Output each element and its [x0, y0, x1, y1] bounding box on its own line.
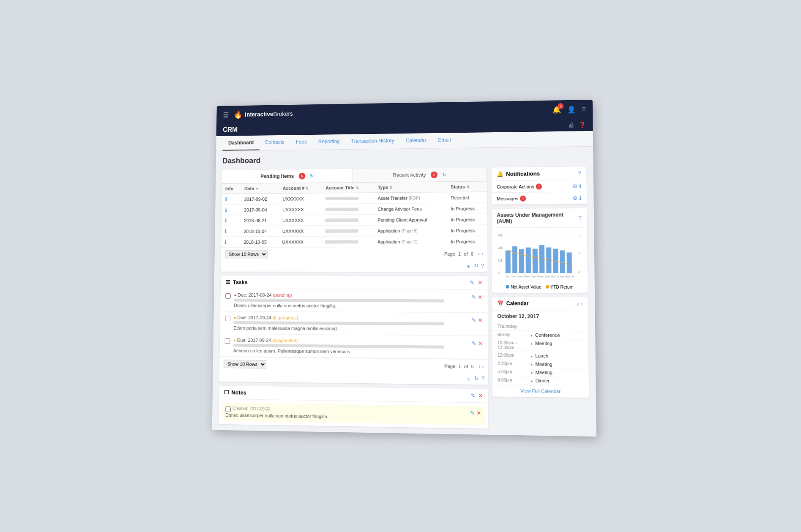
task-delete-icon-2[interactable]: ✕	[478, 340, 482, 346]
notes-close-icon[interactable]: ✕	[478, 392, 483, 399]
col-status[interactable]: Status ⇅	[447, 181, 487, 192]
tasks-edit-icon[interactable]: ✎	[470, 279, 474, 286]
tab-fees[interactable]: Fees	[290, 134, 312, 150]
col-info: Info	[222, 183, 241, 194]
table-row: ℹ 2017-09-02 UXXXXXX Asset Transfer (FOP…	[221, 191, 487, 204]
pending-table-wrapper: Info Date ▼ Account # ⇅ Account Title ⇅ …	[221, 181, 487, 247]
help-icon[interactable]: ?	[481, 262, 484, 270]
task-checkbox-2[interactable]	[224, 338, 230, 344]
note-delete-icon-0[interactable]: ✕	[476, 409, 481, 416]
col-type[interactable]: Type ⇅	[374, 182, 447, 193]
add-icon[interactable]: ＋	[465, 262, 471, 270]
task-edit-icon-1[interactable]: ✎	[471, 317, 476, 323]
cal-prev-btn[interactable]: ‹	[577, 300, 579, 307]
notif-action-btn-1[interactable]: ⊕	[572, 194, 577, 201]
next-page-btn[interactable]: ›	[481, 251, 483, 256]
tab-email[interactable]: Email	[432, 133, 457, 148]
notification-bell-icon[interactable]: 🔔 1	[552, 105, 561, 113]
row-info[interactable]: ℹ	[221, 194, 241, 205]
sub-nav-right: 🖨 ❓	[568, 121, 585, 128]
calendar-event: 8:00pm ● Dinner	[492, 376, 588, 385]
crm-title: CRM	[223, 126, 238, 134]
task-delete-icon-0[interactable]: ✕	[478, 294, 482, 300]
row-info[interactable]: ℹ	[221, 215, 241, 226]
notifications-help-icon[interactable]: ?	[578, 170, 581, 176]
row-type: Application (Page 5)	[374, 225, 447, 236]
aum-title: Assets Under Management (AUM)	[497, 212, 578, 224]
notif-item-left-0: Corporate Actions 1	[497, 183, 542, 189]
notes-panel: ☐ Notes ✎ ✕ Created: 2017-09-24 ✎ ✕	[219, 385, 488, 428]
col-account[interactable]: Account # ⇅	[279, 183, 322, 193]
row-account: UXXXXXX	[279, 236, 322, 247]
row-status: In Progress	[447, 224, 487, 235]
col-title[interactable]: Account Title ⇅	[322, 182, 374, 193]
cal-next-btn[interactable]: ›	[580, 300, 582, 307]
note-edit-icon-0[interactable]: ✎	[470, 409, 474, 416]
pending-items-tab[interactable]: Pending Items 5 ↻	[222, 169, 353, 183]
note-checkbox-0[interactable]	[225, 406, 231, 412]
task-edit-icon-0[interactable]: ✎	[471, 294, 476, 300]
cal-event-title-1: Meeting	[535, 340, 552, 346]
hamburger-icon[interactable]: ☰	[223, 111, 229, 118]
tasks-close-icon[interactable]: ✕	[478, 279, 482, 286]
recent-count-badge: 2	[430, 171, 437, 178]
tasks-next-btn[interactable]: ›	[482, 363, 484, 369]
tasks-add-icon[interactable]: ＋	[466, 375, 471, 383]
task-edit-icon-2[interactable]: ✎	[471, 340, 476, 346]
help-icon[interactable]: ❓	[578, 121, 586, 128]
aum-panel: Assets Under Management (AUM) ? 30k 20k …	[492, 208, 588, 293]
cal-time-0: all-day	[497, 332, 528, 337]
brand: 🔥 InteractiveBrokers	[233, 109, 293, 119]
tasks-panel: ☰ Tasks ✎ ✕ ● Due: 2017-09-24 (pending) …	[219, 276, 488, 385]
task-checkbox-1[interactable]	[225, 316, 230, 321]
row-info[interactable]: ℹ	[221, 236, 241, 247]
rows-per-page-select[interactable]: Show 10 Rows	[225, 250, 268, 258]
task-delete-icon-1[interactable]: ✕	[478, 317, 482, 323]
svg-rect-11	[505, 250, 510, 273]
pending-recent-panel: Pending Items 5 ↻ Recent Activity 2 ↻	[221, 167, 487, 271]
notif-info-btn-1[interactable]: ℹ	[579, 194, 581, 201]
calendar-event: 10:30am - 12:30pm ● Meeting	[492, 338, 588, 352]
task-content-2: ● Due: 2017-09-24 (suspended) Aenean eu …	[233, 337, 468, 355]
svg-rect-15	[532, 248, 537, 273]
tasks-help-icon[interactable]: ?	[481, 375, 484, 383]
notifications-header: 🔔 Notifications ?	[491, 166, 586, 181]
print-icon[interactable]: 🖨	[568, 121, 574, 128]
tab-contacts[interactable]: Contacts	[259, 135, 290, 150]
notification-item: Messages 1 ⊕ ℹ	[491, 192, 586, 205]
tasks-refresh-icon[interactable]: ↻	[474, 375, 478, 383]
legend-ytd: YTD Return	[545, 284, 573, 289]
recent-activity-tab[interactable]: Recent Activity 2 ↻	[353, 167, 487, 182]
prev-page-btn[interactable]: ‹	[478, 251, 480, 256]
refresh-icon[interactable]: ↻	[473, 262, 478, 270]
svg-text:20k: 20k	[498, 246, 503, 249]
notes-title: ☐ Notes	[224, 389, 246, 396]
recent-refresh-icon[interactable]: ↻	[442, 172, 446, 177]
tasks-rows-select[interactable]: Show 10 Rows	[223, 360, 266, 368]
task-due-2: ● Due: 2017-09-24 (suspended)	[233, 337, 468, 344]
tab-reporting[interactable]: Reporting	[312, 134, 345, 149]
col-date[interactable]: Date ▼	[241, 183, 279, 194]
user-icon[interactable]: 👤	[567, 105, 576, 113]
notif-action-btn-0[interactable]: ⊕	[572, 183, 577, 189]
notifications-list: Corporate Actions 1 ⊕ ℹ Messages 1 ⊕ ℹ	[491, 180, 586, 205]
cal-event-title-3: Meeting	[535, 361, 552, 366]
row-account: UXXXXXX	[279, 225, 322, 236]
tab-transaction-history[interactable]: Transaction History	[345, 134, 400, 149]
tab-dashboard[interactable]: Dashboard	[222, 135, 259, 150]
tab-calendar[interactable]: Calendar	[400, 133, 432, 148]
pending-refresh-icon[interactable]: ↻	[309, 173, 313, 179]
aum-help-icon[interactable]: ?	[578, 214, 582, 221]
notes-edit-icon[interactable]: ✎	[470, 392, 475, 399]
task-checkbox-0[interactable]	[225, 293, 231, 298]
row-info[interactable]: ℹ	[221, 204, 241, 215]
pending-panel-actions: ＋ ↻ ?	[221, 260, 487, 271]
cal-dot-4: ●	[530, 371, 533, 374]
row-info[interactable]: ℹ	[221, 226, 241, 237]
menu-icon[interactable]: ≡	[581, 105, 585, 113]
task-item: ● Due: 2017-09-24 (suspended) Aenean eu …	[219, 334, 488, 359]
notif-info-btn-0[interactable]: ℹ	[579, 183, 581, 189]
tasks-prev-btn[interactable]: ‹	[478, 363, 480, 369]
row-title	[322, 214, 374, 225]
view-full-calendar-btn[interactable]: View Full Calendar	[492, 384, 588, 398]
